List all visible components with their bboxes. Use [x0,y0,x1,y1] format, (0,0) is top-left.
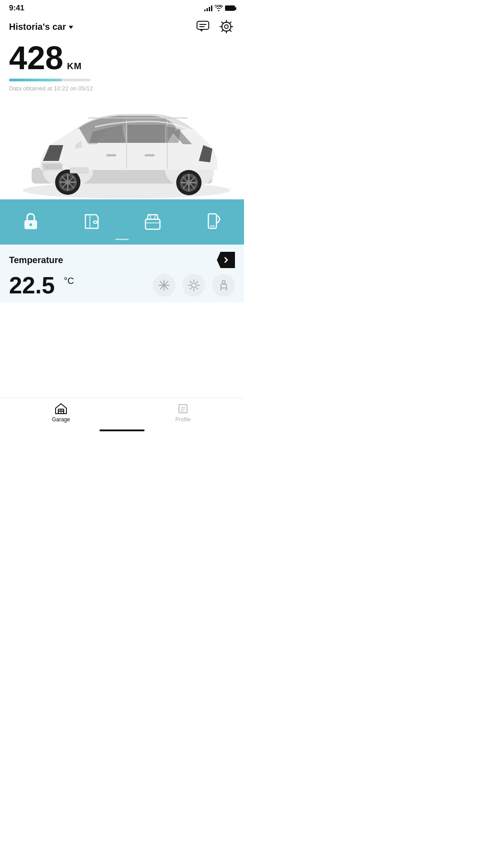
range-value: 428 KM [9,42,235,74]
temperature-value-row: 22.5 °C [0,274,244,302]
dropdown-arrow-icon [69,26,73,29]
status-icons [204,5,235,11]
temperature-unit: °C [64,276,74,286]
range-unit: KM [67,61,82,71]
temperature-value: 22.5 [9,274,55,297]
nav-label-garage: Garage [52,416,70,423]
door-button[interactable] [78,208,105,235]
svg-line-68 [197,288,198,289]
seat-mode-button[interactable] [212,274,235,297]
battery-icon [225,5,235,11]
svg-point-4 [225,25,228,28]
svg-line-69 [197,282,198,283]
chat-button[interactable] [194,18,211,35]
svg-rect-0 [197,21,209,29]
svg-rect-48 [70,168,88,173]
status-time: 9:41 [9,4,24,13]
temperature-header: Temperature [0,245,244,274]
nav-item-profile[interactable]: Profile [122,403,244,423]
svg-point-61 [163,284,165,287]
temperature-title: Temperature [9,255,63,265]
lock-button[interactable] [17,208,44,235]
nav-label-profile: Profile [175,416,191,423]
range-bar-fill [9,79,62,81]
home-indicator [99,429,145,431]
signal-icon [204,5,212,11]
temperature-section: Temperature 22.5 °C [0,245,244,302]
bottom-nav: Garage Profile [0,398,244,434]
header: Historia's car [0,14,244,40]
cool-mode-button[interactable] [153,274,175,297]
phone-key-button[interactable] [200,208,227,235]
svg-rect-77 [179,405,187,413]
svg-point-50 [29,223,32,226]
svg-rect-18 [145,154,155,156]
range-bar [9,79,90,81]
svg-rect-53 [145,219,160,229]
settings-button[interactable] [218,18,235,35]
svg-rect-51 [94,221,97,223]
range-timestamp: Data obtained at 10:22 on 05/12 [9,85,235,92]
svg-line-9 [222,22,224,24]
svg-line-10 [230,30,231,32]
svg-point-71 [222,281,225,284]
nav-item-garage[interactable]: Garage [0,403,122,423]
header-icon-group [194,18,235,35]
svg-point-62 [192,283,196,288]
car-illustration [5,95,239,199]
svg-line-11 [230,22,231,24]
car-name: Historia's car [9,22,66,32]
heat-mode-button[interactable] [183,274,205,297]
garage-icon [55,403,67,415]
status-bar: 9:41 [0,0,244,14]
trunk-button[interactable] [139,208,166,235]
car-image [0,95,244,199]
svg-line-67 [190,282,192,283]
svg-line-70 [190,288,192,289]
wifi-icon [215,5,223,11]
range-section: 428 KM Data obtained at 10:22 on 05/12 [0,40,244,95]
profile-icon [177,403,189,415]
svg-rect-17 [106,154,116,156]
temperature-detail-button[interactable] [217,252,235,268]
controls-bar [0,199,244,245]
car-selector[interactable]: Historia's car [9,22,73,32]
temperature-mode-icons [153,274,235,297]
svg-line-12 [222,30,224,32]
range-number: 428 [9,42,63,74]
